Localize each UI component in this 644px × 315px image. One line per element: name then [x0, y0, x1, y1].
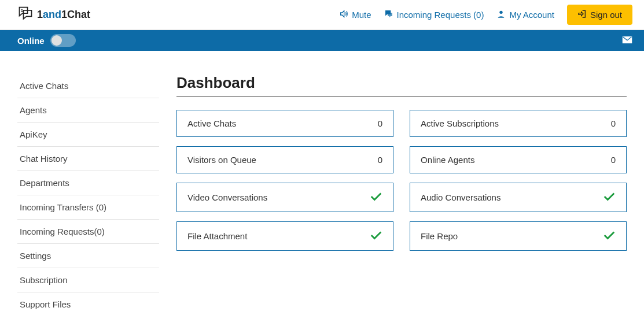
sidebar-item-departments[interactable]: Departments [17, 171, 159, 195]
card-file-attachment[interactable]: File Attachment [176, 221, 393, 251]
sidebar-item-incoming-requests[interactable]: Incoming Requests(0) [17, 220, 159, 244]
sign-out-button[interactable]: Sign out [567, 5, 632, 25]
comments-icon [384, 9, 393, 20]
sidebar-item-apikey[interactable]: ApiKey [17, 123, 159, 147]
topbar: 1and1Chat Mute Incoming Requests (0) My … [0, 0, 644, 30]
card-label: Visitors on Queue [187, 155, 256, 165]
card-label: File Attachment [187, 231, 247, 241]
card-label: Online Agents [421, 155, 474, 165]
logo: 1and1Chat [17, 5, 90, 24]
card-audio-conversations[interactable]: Audio Conversations [410, 183, 627, 212]
sidebar-item-chat-history[interactable]: Chat History [17, 147, 159, 171]
sidebar-item-subscription[interactable]: Subscription [17, 268, 159, 292]
user-icon [496, 9, 506, 20]
card-value: 0 [611, 155, 616, 165]
toggle-knob [51, 35, 62, 46]
status-bar: Online [0, 30, 644, 51]
card-visitors-queue[interactable]: Visitors on Queue 0 [176, 146, 393, 173]
card-active-chats[interactable]: Active Chats 0 [176, 110, 393, 137]
check-icon [603, 191, 616, 203]
sidebar-item-active-chats[interactable]: Active Chats [17, 74, 159, 98]
my-account-link[interactable]: My Account [496, 9, 554, 20]
page-title: Dashboard [176, 74, 627, 97]
card-label: Audio Conversations [421, 192, 501, 202]
incoming-requests-link[interactable]: Incoming Requests (0) [384, 9, 484, 20]
card-value: 0 [378, 155, 382, 165]
status-left: Online [17, 34, 76, 47]
content: Dashboard Active Chats 0 Active Subscrip… [159, 74, 644, 315]
sidebar-item-settings[interactable]: Settings [17, 244, 159, 268]
card-online-agents[interactable]: Online Agents 0 [410, 146, 627, 173]
sidebar-item-incoming-transfers[interactable]: Incoming Transfers (0) [17, 195, 159, 220]
card-label: Active Subscriptions [421, 118, 499, 128]
card-value: 0 [378, 118, 382, 128]
main: Active Chats Agents ApiKey Chat History … [0, 51, 644, 315]
topnav: Mute Incoming Requests (0) My Account Si… [339, 5, 632, 25]
online-label: Online [17, 36, 45, 46]
check-icon [370, 230, 382, 242]
card-value: 0 [611, 118, 616, 128]
sign-out-icon [577, 9, 587, 20]
svg-point-1 [500, 11, 503, 14]
check-icon [370, 191, 382, 203]
volume-icon [339, 9, 348, 20]
sidebar-item-support-files[interactable]: Support Files [17, 292, 159, 315]
mail-icon[interactable] [622, 36, 632, 46]
dashboard-cards: Active Chats 0 Active Subscriptions 0 Vi… [176, 110, 627, 251]
card-file-repo[interactable]: File Repo [410, 221, 627, 251]
online-toggle[interactable] [50, 34, 76, 47]
check-icon [603, 230, 616, 242]
sidebar-item-agents[interactable]: Agents [17, 98, 159, 123]
svg-point-0 [21, 9, 23, 10]
card-label: File Repo [421, 231, 458, 241]
mute-link[interactable]: Mute [339, 9, 371, 20]
sidebar: Active Chats Agents ApiKey Chat History … [0, 74, 159, 315]
card-video-conversations[interactable]: Video Conversations [176, 183, 393, 212]
logo-text: 1and1Chat [37, 9, 90, 21]
card-label: Active Chats [187, 118, 236, 128]
card-label: Video Conversations [187, 192, 267, 202]
chat-logo-icon [17, 5, 34, 24]
card-active-subscriptions[interactable]: Active Subscriptions 0 [410, 110, 627, 137]
